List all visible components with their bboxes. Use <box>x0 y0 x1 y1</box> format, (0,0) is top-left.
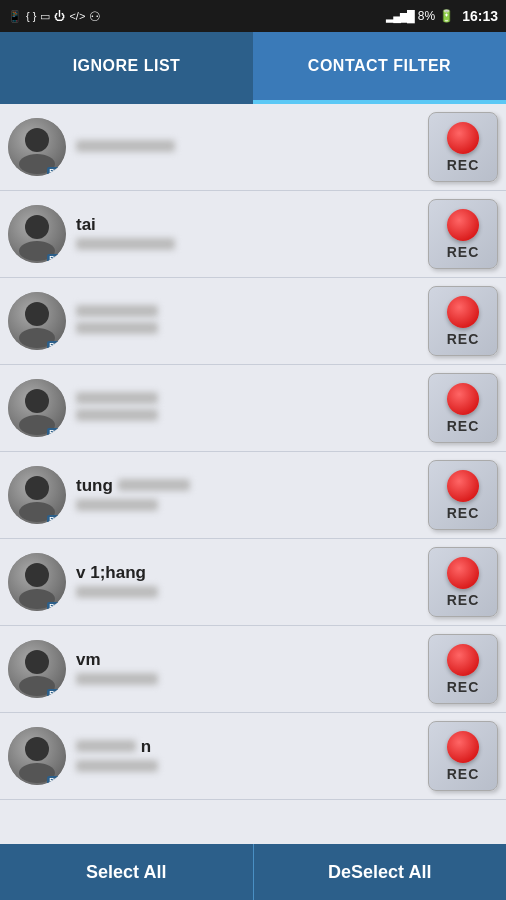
contact-info: tai 841679868735 <box>66 215 428 253</box>
avatar: REC <box>8 118 66 176</box>
list-item: REC 0972752663 0972752663 REC <box>0 365 506 452</box>
list-item: REC 014464926778 REC <box>0 104 506 191</box>
contact-name: tung 0972752663 <box>76 476 418 496</box>
rec-label: REC <box>447 679 480 695</box>
status-icons: 📱 { } ▭ ⏻ </> ⚇ <box>8 9 101 24</box>
contact-number: 1481334390 <box>76 586 418 601</box>
avatar: REC <box>8 727 66 785</box>
power-icon: ⏻ <box>54 10 65 22</box>
clock: 16:13 <box>462 8 498 24</box>
contact-number: 0913468575 <box>76 499 418 514</box>
contact-info: vm 7864375987 <box>66 650 428 688</box>
rec-label: REC <box>447 766 480 782</box>
contact-info: 0972752663 0972752663 <box>66 392 428 424</box>
list-item: REC v 1;hang 1481334390 REC <box>0 539 506 626</box>
select-all-button[interactable]: Select All <box>0 844 254 900</box>
rec-badge: REC <box>47 689 66 698</box>
avatar: REC <box>8 553 66 611</box>
rec-button[interactable]: REC <box>428 199 498 269</box>
list-item: REC tai 841679868735 REC <box>0 191 506 278</box>
rec-dot-icon <box>447 122 479 154</box>
avatar: REC <box>8 640 66 698</box>
rec-button[interactable]: REC <box>428 634 498 704</box>
brackets-icon: </> <box>69 10 85 22</box>
contact-info: 0972752663 0984393362 <box>66 305 428 337</box>
rec-button[interactable]: REC <box>428 547 498 617</box>
contact-info: n 7864592312 <box>66 737 428 775</box>
contact-name: n <box>76 737 418 757</box>
contact-list: REC 014464926778 REC REC tai 84167986873… <box>0 104 506 844</box>
contact-number: 841679868735 <box>76 238 418 253</box>
deselect-all-button[interactable]: DeSelect All <box>254 844 507 900</box>
contact-number: 0972752663 <box>76 392 418 407</box>
usb-icon: ⚇ <box>89 9 101 24</box>
rec-dot-icon <box>447 644 479 676</box>
rec-dot-icon <box>447 470 479 502</box>
contact-info: 014464926778 <box>66 140 428 155</box>
tab-contact-filter[interactable]: CONTACT FILTER <box>253 32 506 104</box>
rec-label: REC <box>447 244 480 260</box>
rec-badge: REC <box>47 341 66 350</box>
rec-badge: REC <box>47 515 66 524</box>
battery-percent: 8% <box>418 9 435 23</box>
signal-icon: ▂▄▆█ <box>386 10 414 23</box>
status-right: ▂▄▆█ 8% 🔋 16:13 <box>386 8 498 24</box>
battery-icon: 🔋 <box>439 9 454 23</box>
list-item: REC n 7864592312 REC <box>0 713 506 800</box>
screen-icon: ▭ <box>40 10 50 23</box>
code-icon: { } <box>26 10 36 22</box>
tab-bar: IGNORE LIST CONTACT FILTER <box>0 32 506 104</box>
rec-label: REC <box>447 505 480 521</box>
contact-name: tai <box>76 215 418 235</box>
list-item: REC 0972752663 0984393362 REC <box>0 278 506 365</box>
rec-dot-icon <box>447 383 479 415</box>
contact-number: 7864592312 <box>76 760 418 775</box>
avatar: REC <box>8 205 66 263</box>
list-item: REC tung 0972752663 0913468575 REC <box>0 452 506 539</box>
rec-button[interactable]: REC <box>428 460 498 530</box>
rec-button[interactable]: REC <box>428 373 498 443</box>
rec-badge: REC <box>47 602 66 611</box>
contact-name: v 1;hang <box>76 563 418 583</box>
rec-dot-icon <box>447 557 479 589</box>
rec-label: REC <box>447 592 480 608</box>
avatar: REC <box>8 379 66 437</box>
rec-label: REC <box>447 157 480 173</box>
rec-badge: REC <box>47 776 66 785</box>
rec-badge: REC <box>47 428 66 437</box>
contact-number: 014464926778 <box>76 140 418 155</box>
rec-dot-icon <box>447 731 479 763</box>
avatar: REC <box>8 292 66 350</box>
contact-number: 7864375987 <box>76 673 418 688</box>
contact-number: 0972752663 <box>76 305 418 320</box>
rec-dot-icon <box>447 209 479 241</box>
status-bar: 📱 { } ▭ ⏻ </> ⚇ ▂▄▆█ 8% 🔋 16:13 <box>0 0 506 32</box>
list-item: REC vm 7864375987 REC <box>0 626 506 713</box>
avatar: REC <box>8 466 66 524</box>
rec-dot-icon <box>447 296 479 328</box>
contact-name: vm <box>76 650 418 670</box>
contact-number2: 0972752663 <box>76 409 418 424</box>
rec-button[interactable]: REC <box>428 286 498 356</box>
rec-button[interactable]: REC <box>428 721 498 791</box>
rec-label: REC <box>447 418 480 434</box>
bottom-bar: Select All DeSelect All <box>0 844 506 900</box>
rec-badge: REC <box>47 167 66 176</box>
contact-info: tung 0972752663 0913468575 <box>66 476 428 514</box>
tab-ignore-list[interactable]: IGNORE LIST <box>0 32 253 104</box>
contact-number2: 0984393362 <box>76 322 418 337</box>
rec-button[interactable]: REC <box>428 112 498 182</box>
rec-label: REC <box>447 331 480 347</box>
rec-badge: REC <box>47 254 66 263</box>
sim-icon: 📱 <box>8 10 22 23</box>
contact-info: v 1;hang 1481334390 <box>66 563 428 601</box>
